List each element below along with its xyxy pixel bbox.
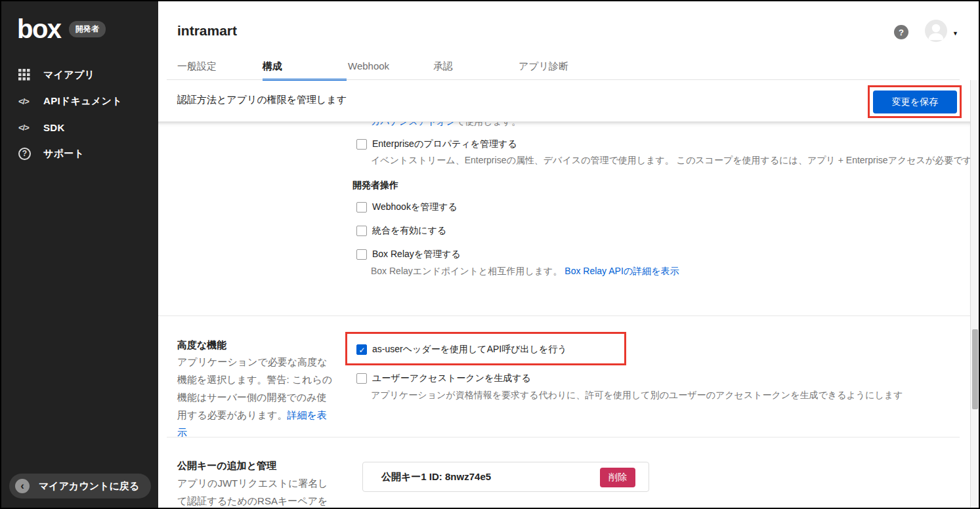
checkbox-label: ユーザーアクセストークンを生成する xyxy=(372,373,531,384)
user-access-token-row: ユーザーアクセストークンを生成する xyxy=(356,373,531,384)
developer-actions-heading: 開発者操作 xyxy=(352,180,398,192)
tab-general-settings[interactable]: 一般設定 xyxy=(177,60,263,80)
tabs-divider xyxy=(167,79,960,80)
public-key-row: 公開キー1 ID: 8nwz74e5 削除 xyxy=(362,462,649,492)
tab-bar: 一般設定 構成 Webhook 承認 アプリ診断 xyxy=(177,60,604,80)
manage-webhooks-row: Webhookを管理する xyxy=(356,201,458,213)
sidebar-item-label: マイアプリ xyxy=(43,69,95,81)
tab-configuration[interactable]: 構成 xyxy=(263,60,348,80)
avatar[interactable] xyxy=(925,20,947,42)
scrollbar-thumb[interactable] xyxy=(972,329,978,409)
chevron-down-icon[interactable]: ▼ xyxy=(952,30,958,37)
page-title: intramart xyxy=(177,23,237,39)
box-logo: box xyxy=(17,16,61,42)
clipped-scope-line: ガバナンスアドオンで使用します。 xyxy=(371,121,521,128)
checkbox-label: 統合を有効にする xyxy=(372,225,446,237)
checkbox-label: Box Relayを管理する xyxy=(372,249,461,260)
checkbox-label: Enterpriseのプロパティを管理する xyxy=(372,138,517,150)
checkbox-label: Webhookを管理する xyxy=(372,201,458,213)
checkbox[interactable] xyxy=(356,226,367,236)
sidebar-item-api-docs[interactable]: </> APIドキュメント xyxy=(1,88,158,114)
help-icon[interactable]: ? xyxy=(894,25,908,39)
code-icon: </> xyxy=(18,123,35,132)
main-content: intramart ? ▼ 一般設定 構成 Webhook 承認 アプリ診断 認… xyxy=(158,1,979,508)
checkbox[interactable] xyxy=(356,344,367,355)
checkbox[interactable] xyxy=(356,202,367,213)
section-subtitle: 認証方法とアプリの権限を管理します xyxy=(177,94,347,106)
enable-integrations-row: 統合を有効にする xyxy=(356,225,446,237)
sidebar-item-sdk[interactable]: </> SDK xyxy=(1,114,158,140)
tab-webhook[interactable]: Webhook xyxy=(348,60,433,80)
sidebar-item-support[interactable]: ? サポート xyxy=(1,140,158,167)
tab-app-diagnostics[interactable]: アプリ診断 xyxy=(519,60,604,80)
enterprise-properties-desc: イベントストリーム、Enterpriseの属性、デバイスの管理で使用します。 こ… xyxy=(371,155,970,167)
back-to-account-button[interactable]: ‹ マイアカウントに戻る xyxy=(9,474,151,499)
governance-addon-link[interactable]: ガバナンスアドオン xyxy=(371,121,456,127)
advanced-features-title: 高度な機能 xyxy=(177,339,226,352)
sidebar: box 開発者 マイアプリ </> APIドキュメント </> xyxy=(1,1,158,508)
box-relay-api-link[interactable]: Box Relay APIの詳細を表示 xyxy=(565,266,679,276)
sidebar-item-label: APIドキュメント xyxy=(43,95,122,108)
enterprise-properties-row: Enterpriseのプロパティを管理する xyxy=(356,138,517,150)
checkbox-label: as-userヘッダーを使用してAPI呼び出しを行う xyxy=(372,344,567,356)
save-changes-button[interactable]: 変更を保存 xyxy=(873,91,957,113)
checkbox[interactable] xyxy=(356,249,367,260)
developer-badge: 開発者 xyxy=(69,21,106,37)
scrollbar-track[interactable] xyxy=(970,80,979,508)
as-user-row: as-userヘッダーを使用してAPI呼び出しを行う xyxy=(356,344,567,356)
back-to-account-label: マイアカウントに戻る xyxy=(39,480,139,493)
advanced-features-desc: アプリケーションで必要な高度な機能を選択します。警告: これらの機能はサーバー側… xyxy=(177,353,333,441)
user-access-token-desc: アプリケーションが資格情報を要求する代わりに、許可を使用して別のユーザーのアクセ… xyxy=(371,390,903,401)
tab-approval[interactable]: 承認 xyxy=(433,60,519,80)
logo-row: box 開発者 xyxy=(1,1,158,42)
checkbox[interactable] xyxy=(356,373,367,384)
public-key-title: 公開キーの追加と管理 xyxy=(177,460,276,472)
sidebar-item-label: SDK xyxy=(43,122,65,133)
code-icon: </> xyxy=(18,96,35,106)
box-relay-desc: Box Relayエンドポイントと相互作用します。 Box Relay APIの… xyxy=(371,266,679,277)
help-circle-icon: ? xyxy=(18,148,35,160)
delete-key-button[interactable]: 削除 xyxy=(600,468,635,487)
sidebar-nav: マイアプリ </> APIドキュメント </> SDK ? サポート xyxy=(1,62,158,167)
scopes-scroll-panel[interactable]: ガバナンスアドオンで使用します。 Enterpriseのプロパティを管理する イ… xyxy=(158,121,970,316)
chevron-left-icon: ‹ xyxy=(15,479,30,493)
grid-icon xyxy=(18,69,35,81)
public-key-desc: アプリのJWTリクエストに署名して認証するためのRSAキーペアを生成するか、独自… xyxy=(177,474,333,508)
public-key-label: 公開キー1 ID: 8nwz74e5 xyxy=(381,471,491,483)
section-divider xyxy=(167,437,960,438)
manage-box-relay-row: Box Relayを管理する xyxy=(356,249,461,260)
sidebar-item-label: サポート xyxy=(43,148,84,160)
checkbox[interactable] xyxy=(356,139,367,150)
sidebar-item-my-apps[interactable]: マイアプリ xyxy=(1,62,158,88)
box-dev-console: box 開発者 マイアプリ </> APIドキュメント </> xyxy=(0,0,980,509)
